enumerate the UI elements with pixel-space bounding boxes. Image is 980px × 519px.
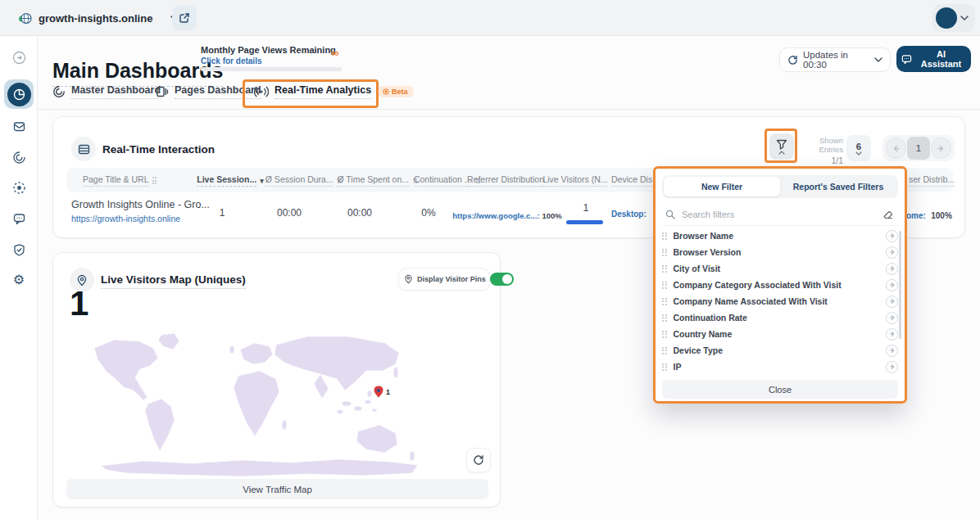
drag-handle-icon: [662, 232, 667, 240]
column-label: Live Session...: [197, 174, 256, 187]
map-refresh-button[interactable]: [466, 448, 491, 472]
live-signal-icon: [254, 86, 269, 97]
quota-details-link[interactable]: Click for details: [201, 56, 261, 65]
row-page-url[interactable]: https://growth-insights.online: [71, 214, 210, 223]
column-session-duration[interactable]: Ø Session Dura... ⇅: [265, 174, 343, 187]
filter-item-city[interactable]: City of Visit: [662, 260, 898, 277]
arrow-right-icon[interactable]: [886, 361, 898, 373]
topbar: growth-insights.online: [0, 0, 980, 36]
refresh-icon: [787, 55, 798, 65]
sidebar-collapse-icon[interactable]: [0, 51, 38, 65]
sidebar-item-inbox[interactable]: [0, 120, 38, 133]
updates-dropdown[interactable]: Updates in 00:30: [779, 47, 891, 72]
arrow-right-icon[interactable]: [886, 263, 898, 275]
column-live-session[interactable]: Live Session... ▾: [197, 174, 263, 187]
current-page[interactable]: 1: [907, 137, 929, 160]
row-live-visitors: 1: [583, 202, 589, 214]
arrow-right-icon[interactable]: [886, 312, 898, 324]
tab-new-filter[interactable]: New Filter: [664, 177, 780, 196]
sidebar-item-feedback[interactable]: [0, 212, 38, 226]
ai-assistant-label: AI Assistant: [916, 49, 966, 69]
row-live-sessions: 1: [220, 207, 225, 219]
column-label: Page Title & URL: [83, 174, 149, 187]
referrer-link[interactable]: https://www.google.c...:: [452, 211, 539, 220]
infinity-icon: ∞: [331, 47, 338, 59]
row-page-title: Growth Insights Online - Gro...: [71, 199, 210, 210]
drag-handle-icon: [662, 347, 667, 354]
filter-item-company-category[interactable]: Company Category Associated With Visit: [662, 277, 898, 293]
quota-progress-bar: [201, 67, 342, 71]
world-map[interactable]: 1: [70, 328, 447, 477]
column-label: Ø Session Dura...: [265, 174, 333, 187]
tab-master-dashboard[interactable]: Master Dashboard: [52, 84, 161, 99]
filter-item-label: Browser Name: [674, 231, 880, 241]
filter-item-continuation-rate[interactable]: Continuation Rate: [662, 309, 898, 326]
scrollbar-thumb[interactable]: [899, 231, 901, 339]
next-page-button[interactable]: [931, 138, 951, 159]
filter-item-label: Company Category Associated With Visit: [674, 280, 880, 290]
browser-percent: 100%: [931, 211, 952, 220]
filter-item-browser-version[interactable]: Browser Version: [662, 244, 898, 260]
tab-pages-dashboard[interactable]: Pages Dashboard: [156, 84, 261, 99]
table-row-page[interactable]: Growth Insights Online - Gro... https://…: [71, 199, 210, 223]
updates-label: Updates in 00:30: [803, 50, 869, 70]
close-filter-button[interactable]: Close: [662, 380, 898, 399]
arrow-right-icon[interactable]: [886, 328, 898, 341]
row-device: Desktop:: [611, 210, 647, 219]
arrow-right-icon[interactable]: [886, 230, 898, 242]
drag-handle-icon: [662, 282, 667, 289]
arrow-right-icon[interactable]: [886, 345, 898, 357]
interaction-card-title: Real-Time Interaction: [102, 143, 215, 156]
filter-popup-tabs: New Filter Report's Saved Filters: [662, 175, 898, 198]
column-browser[interactable]: ser Distrib...: [909, 174, 955, 187]
sidebar-item-settings[interactable]: ⚙: [0, 273, 38, 287]
page-size-select[interactable]: 6: [846, 135, 871, 161]
sidebar-item-goals[interactable]: [0, 181, 38, 195]
beta-dot-icon: [383, 88, 389, 95]
domain-selector[interactable]: growth-insights.online: [11, 6, 186, 30]
sidebar-item-privacy[interactable]: [0, 243, 38, 257]
visitor-pin[interactable]: 1: [374, 386, 390, 398]
sidebar-item-dashboards[interactable]: [4, 79, 34, 109]
tab-realtime-label: Real-Time Analytics: [274, 84, 371, 99]
sidebar-item-sessions[interactable]: [0, 151, 38, 165]
view-traffic-map-button[interactable]: View Traffic Map: [66, 479, 488, 499]
arrow-right-icon[interactable]: [886, 279, 898, 291]
referrer-percent: 100%: [542, 211, 561, 220]
column-time-spent[interactable]: Ø Time Spent on... ⇅: [337, 174, 418, 187]
shown-entries-value: 1/1: [796, 156, 843, 165]
column-settings-icon: [152, 177, 157, 184]
filter-item-ip[interactable]: IP: [662, 359, 898, 375]
filter-item-browser-name[interactable]: Browser Name: [662, 228, 898, 244]
chevron-up-icon: [778, 151, 785, 155]
filter-item-company-name[interactable]: Company Name Associated With Visit: [662, 293, 898, 309]
filter-item-device-type[interactable]: Device Type: [662, 342, 898, 359]
ai-assistant-button[interactable]: AI Assistant: [896, 46, 971, 72]
display-pins-toggle[interactable]: [490, 273, 514, 286]
filter-item-label: Company Name Associated With Visit: [674, 296, 880, 306]
column-page-title[interactable]: Page Title & URL: [83, 174, 157, 187]
gear-icon: ⚙: [13, 273, 25, 287]
filter-item-label: Browser Version: [674, 247, 880, 257]
search-input[interactable]: [662, 210, 898, 219]
tab-realtime-analytics[interactable]: Real-Time Analytics Beta: [254, 84, 414, 99]
live-visitors-map-card: Live Visitors Map (Uniques) Display Visi…: [52, 252, 501, 508]
arrow-right-icon[interactable]: [886, 246, 898, 259]
open-site-button[interactable]: [172, 6, 197, 30]
arrow-right-icon[interactable]: [886, 296, 898, 308]
app-root: growth-insights.online: [0, 0, 980, 519]
row-session-duration: 00:00: [277, 207, 302, 219]
eraser-icon[interactable]: [882, 209, 893, 219]
pagination: 1: [882, 135, 955, 161]
shown-entries: Shown Entries 1/1: [796, 136, 843, 165]
filter-item-label: Continuation Rate: [674, 313, 880, 323]
tab-saved-filters[interactable]: Report's Saved Filters: [780, 177, 896, 196]
column-referrer[interactable]: Referrer Distribution: [467, 174, 544, 187]
filter-item-label: Device Type: [674, 345, 880, 355]
prev-page-button[interactable]: [886, 138, 906, 159]
filter-item-country-name[interactable]: Country Name: [662, 326, 898, 342]
column-live-visitors[interactable]: Live Visitors (N...: [542, 174, 607, 187]
account-menu[interactable]: [932, 4, 975, 32]
caret-down-icon: ▾: [260, 177, 264, 185]
filter-button[interactable]: [769, 133, 794, 160]
